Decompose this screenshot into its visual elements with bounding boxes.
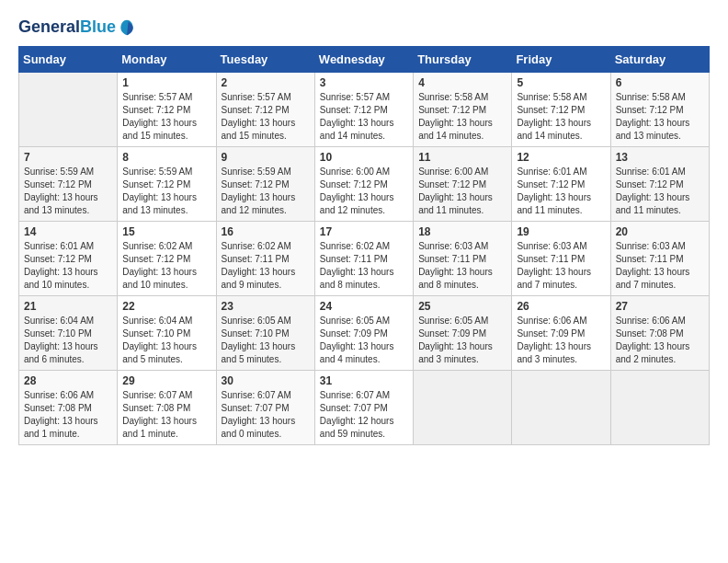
- calendar-cell: 19 Sunrise: 6:03 AMSunset: 7:11 PMDaylig…: [512, 222, 610, 296]
- calendar-cell: 30 Sunrise: 6:07 AMSunset: 7:07 PMDaylig…: [216, 371, 314, 445]
- calendar-cell: 26 Sunrise: 6:06 AMSunset: 7:09 PMDaylig…: [512, 296, 610, 371]
- day-number: 11: [418, 151, 506, 164]
- day-number: 3: [320, 76, 408, 89]
- day-number: 18: [418, 225, 506, 238]
- calendar-cell: 3 Sunrise: 5:57 AMSunset: 7:12 PMDayligh…: [314, 73, 413, 147]
- day-number: 28: [24, 374, 112, 387]
- calendar-cell: [512, 371, 610, 445]
- day-info: Sunrise: 6:05 AMSunset: 7:10 PMDaylight:…: [222, 315, 310, 366]
- day-info: Sunrise: 5:58 AMSunset: 7:12 PMDaylight:…: [418, 91, 506, 143]
- calendar-cell: 15 Sunrise: 6:02 AMSunset: 7:12 PMDaylig…: [118, 222, 216, 296]
- day-number: 13: [616, 151, 704, 164]
- day-info: Sunrise: 6:00 AMSunset: 7:12 PMDaylight:…: [418, 166, 506, 217]
- day-number: 5: [517, 76, 605, 89]
- week-row-3: 21 Sunrise: 6:04 AMSunset: 7:10 PMDaylig…: [19, 296, 710, 371]
- week-row-1: 7 Sunrise: 5:59 AMSunset: 7:12 PMDayligh…: [19, 147, 710, 222]
- calendar-cell: 5 Sunrise: 5:58 AMSunset: 7:12 PMDayligh…: [512, 73, 610, 147]
- day-number: 27: [616, 300, 704, 313]
- week-row-0: 1 Sunrise: 5:57 AMSunset: 7:12 PMDayligh…: [19, 73, 710, 147]
- day-number: 1: [122, 76, 210, 89]
- calendar-cell: 16 Sunrise: 6:02 AMSunset: 7:11 PMDaylig…: [216, 222, 314, 296]
- day-info: Sunrise: 6:06 AMSunset: 7:08 PMDaylight:…: [24, 389, 112, 441]
- day-number: 10: [320, 151, 408, 164]
- day-number: 23: [222, 300, 310, 313]
- calendar-cell: 6 Sunrise: 5:58 AMSunset: 7:12 PMDayligh…: [610, 73, 709, 147]
- day-info: Sunrise: 6:03 AMSunset: 7:11 PMDaylight:…: [616, 240, 704, 292]
- day-info: Sunrise: 5:59 AMSunset: 7:12 PMDaylight:…: [122, 166, 210, 217]
- calendar-cell: [610, 371, 709, 445]
- day-info: Sunrise: 6:01 AMSunset: 7:12 PMDaylight:…: [24, 240, 112, 292]
- calendar-cell: 10 Sunrise: 6:00 AMSunset: 7:12 PMDaylig…: [314, 147, 413, 222]
- day-info: Sunrise: 6:06 AMSunset: 7:09 PMDaylight:…: [517, 315, 605, 366]
- day-number: 22: [122, 300, 210, 313]
- day-info: Sunrise: 6:03 AMSunset: 7:11 PMDaylight:…: [418, 240, 506, 292]
- day-info: Sunrise: 5:59 AMSunset: 7:12 PMDaylight:…: [24, 166, 112, 217]
- day-number: 2: [222, 76, 310, 89]
- calendar-cell: 1 Sunrise: 5:57 AMSunset: 7:12 PMDayligh…: [118, 73, 216, 147]
- day-info: Sunrise: 6:05 AMSunset: 7:09 PMDaylight:…: [320, 315, 408, 366]
- day-number: 16: [222, 225, 310, 238]
- calendar-cell: 31 Sunrise: 6:07 AMSunset: 7:07 PMDaylig…: [314, 371, 413, 445]
- day-number: 6: [616, 76, 704, 89]
- day-number: 31: [320, 374, 408, 387]
- calendar-cell: [19, 73, 118, 147]
- calendar-cell: 17 Sunrise: 6:02 AMSunset: 7:11 PMDaylig…: [314, 222, 413, 296]
- day-info: Sunrise: 5:57 AMSunset: 7:12 PMDaylight:…: [320, 91, 408, 143]
- day-info: Sunrise: 5:57 AMSunset: 7:12 PMDaylight:…: [122, 91, 210, 143]
- calendar-cell: 27 Sunrise: 6:06 AMSunset: 7:08 PMDaylig…: [610, 296, 709, 371]
- day-number: 7: [24, 151, 112, 164]
- day-info: Sunrise: 6:01 AMSunset: 7:12 PMDaylight:…: [616, 166, 704, 217]
- logo-icon: [118, 18, 136, 37]
- calendar-cell: 24 Sunrise: 6:05 AMSunset: 7:09 PMDaylig…: [314, 296, 413, 371]
- calendar-cell: 28 Sunrise: 6:06 AMSunset: 7:08 PMDaylig…: [19, 371, 118, 445]
- header-wednesday: Wednesday: [314, 47, 413, 73]
- header-tuesday: Tuesday: [216, 47, 314, 73]
- day-number: 15: [122, 225, 210, 238]
- day-number: 24: [320, 300, 408, 313]
- day-info: Sunrise: 6:02 AMSunset: 7:11 PMDaylight:…: [222, 240, 310, 292]
- day-info: Sunrise: 6:04 AMSunset: 7:10 PMDaylight:…: [24, 315, 112, 366]
- day-info: Sunrise: 6:02 AMSunset: 7:12 PMDaylight:…: [122, 240, 210, 292]
- day-info: Sunrise: 6:07 AMSunset: 7:08 PMDaylight:…: [122, 389, 210, 441]
- header-thursday: Thursday: [414, 47, 512, 73]
- calendar-table: SundayMondayTuesdayWednesdayThursdayFrid…: [18, 46, 710, 445]
- day-info: Sunrise: 6:06 AMSunset: 7:08 PMDaylight:…: [616, 315, 704, 366]
- day-info: Sunrise: 5:59 AMSunset: 7:12 PMDaylight:…: [222, 166, 310, 217]
- day-info: Sunrise: 6:07 AMSunset: 7:07 PMDaylight:…: [222, 389, 310, 441]
- page-header: GeneralBlue: [18, 18, 710, 37]
- day-number: 20: [616, 225, 704, 238]
- day-info: Sunrise: 6:07 AMSunset: 7:07 PMDaylight:…: [320, 389, 408, 441]
- day-number: 21: [24, 300, 112, 313]
- calendar-cell: [414, 371, 512, 445]
- day-number: 29: [122, 374, 210, 387]
- calendar-cell: 2 Sunrise: 5:57 AMSunset: 7:12 PMDayligh…: [216, 73, 314, 147]
- calendar-cell: 29 Sunrise: 6:07 AMSunset: 7:08 PMDaylig…: [118, 371, 216, 445]
- day-info: Sunrise: 5:57 AMSunset: 7:12 PMDaylight:…: [222, 91, 310, 143]
- day-info: Sunrise: 6:01 AMSunset: 7:12 PMDaylight:…: [517, 166, 605, 217]
- week-row-4: 28 Sunrise: 6:06 AMSunset: 7:08 PMDaylig…: [19, 371, 710, 445]
- calendar-cell: 25 Sunrise: 6:05 AMSunset: 7:09 PMDaylig…: [414, 296, 512, 371]
- day-number: 4: [418, 76, 506, 89]
- calendar-cell: 8 Sunrise: 5:59 AMSunset: 7:12 PMDayligh…: [118, 147, 216, 222]
- calendar-cell: 7 Sunrise: 5:59 AMSunset: 7:12 PMDayligh…: [19, 147, 118, 222]
- day-number: 19: [517, 225, 605, 238]
- header-friday: Friday: [512, 47, 610, 73]
- day-number: 9: [222, 151, 310, 164]
- day-number: 30: [222, 374, 310, 387]
- day-number: 12: [517, 151, 605, 164]
- calendar-cell: 4 Sunrise: 5:58 AMSunset: 7:12 PMDayligh…: [414, 73, 512, 147]
- header-monday: Monday: [118, 47, 216, 73]
- day-info: Sunrise: 5:58 AMSunset: 7:12 PMDaylight:…: [616, 91, 704, 143]
- week-row-2: 14 Sunrise: 6:01 AMSunset: 7:12 PMDaylig…: [19, 222, 710, 296]
- day-number: 14: [24, 225, 112, 238]
- calendar-cell: 23 Sunrise: 6:05 AMSunset: 7:10 PMDaylig…: [216, 296, 314, 371]
- logo-text: GeneralBlue: [18, 18, 116, 37]
- header-saturday: Saturday: [610, 47, 709, 73]
- day-info: Sunrise: 6:05 AMSunset: 7:09 PMDaylight:…: [418, 315, 506, 366]
- day-number: 8: [122, 151, 210, 164]
- calendar-cell: 11 Sunrise: 6:00 AMSunset: 7:12 PMDaylig…: [414, 147, 512, 222]
- day-info: Sunrise: 6:00 AMSunset: 7:12 PMDaylight:…: [320, 166, 408, 217]
- day-number: 26: [517, 300, 605, 313]
- day-info: Sunrise: 5:58 AMSunset: 7:12 PMDaylight:…: [517, 91, 605, 143]
- day-info: Sunrise: 6:04 AMSunset: 7:10 PMDaylight:…: [122, 315, 210, 366]
